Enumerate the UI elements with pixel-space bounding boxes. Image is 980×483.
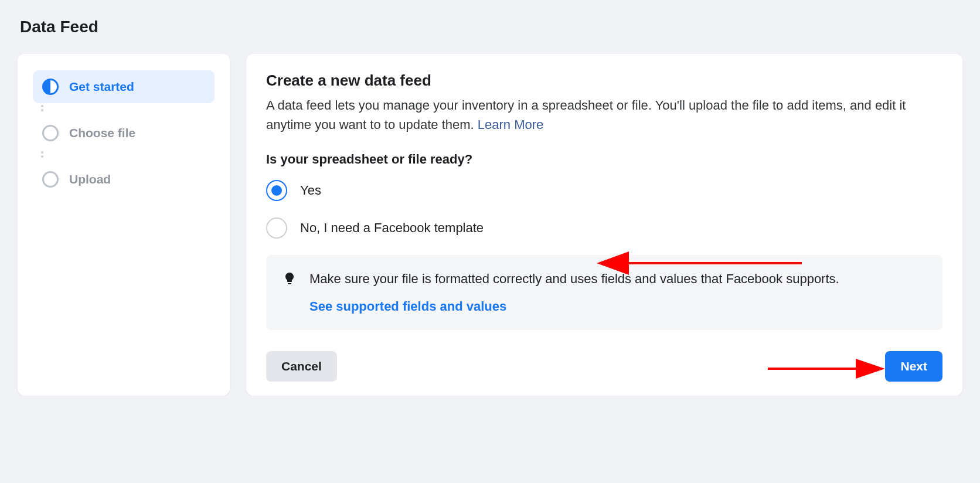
next-button[interactable]: Next xyxy=(885,351,942,382)
step-label: Upload xyxy=(69,172,111,186)
info-content: Make sure your file is formatted correct… xyxy=(309,269,839,316)
radio-option-yes[interactable]: Yes xyxy=(266,180,942,201)
main-panel: Create a new data feed A data feed lets … xyxy=(246,54,962,396)
step-empty-icon xyxy=(42,171,59,188)
info-box: Make sure your file is formatted correct… xyxy=(266,255,942,330)
steps-sidebar: Get started Choose file Upload xyxy=(18,54,230,396)
step-label: Get started xyxy=(69,80,134,94)
question-label: Is your spreadsheet or file ready? xyxy=(266,152,942,167)
radio-selected-icon xyxy=(266,180,287,201)
step-empty-icon xyxy=(42,125,59,141)
radio-unselected-icon xyxy=(266,217,287,239)
radio-label: No, I need a Facebook template xyxy=(300,220,484,236)
cancel-button[interactable]: Cancel xyxy=(266,351,337,382)
supported-fields-link[interactable]: See supported fields and values xyxy=(309,297,506,316)
radio-label: Yes xyxy=(300,183,321,198)
content-description: A data feed lets you manage your invento… xyxy=(266,96,942,134)
description-text: A data feed lets you manage your invento… xyxy=(266,98,906,132)
step-progress-icon xyxy=(42,79,59,95)
learn-more-link[interactable]: Learn More xyxy=(478,117,544,132)
step-choose-file[interactable]: Choose file xyxy=(33,117,215,149)
info-text: Make sure your file is formatted correct… xyxy=(309,271,839,286)
lightbulb-icon xyxy=(283,271,297,285)
content-title: Create a new data feed xyxy=(266,72,942,90)
radio-option-no[interactable]: No, I need a Facebook template xyxy=(266,217,942,239)
step-label: Choose file xyxy=(69,126,135,140)
step-get-started[interactable]: Get started xyxy=(33,70,215,103)
step-upload[interactable]: Upload xyxy=(33,163,215,196)
page-title: Data Feed xyxy=(0,0,980,54)
button-row: Cancel Next xyxy=(266,351,942,382)
